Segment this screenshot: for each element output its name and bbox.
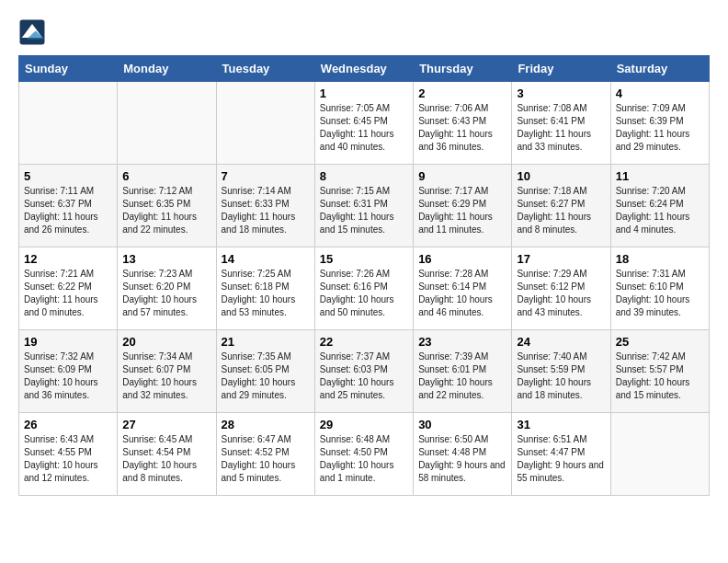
day-info: Sunrise: 7:23 AM Sunset: 6:20 PM Dayligh… (122, 268, 210, 319)
day-number: 19 (24, 335, 112, 349)
calendar-cell: 21Sunrise: 7:35 AM Sunset: 6:05 PM Dayli… (216, 330, 314, 413)
calendar-week-row: 5Sunrise: 7:11 AM Sunset: 6:37 PM Daylig… (19, 165, 710, 247)
calendar-cell: 17Sunrise: 7:29 AM Sunset: 6:12 PM Dayli… (512, 247, 610, 330)
day-info: Sunrise: 7:37 AM Sunset: 6:03 PM Dayligh… (320, 350, 408, 402)
day-number: 29 (320, 418, 408, 431)
logo (18, 18, 50, 46)
day-info: Sunrise: 7:40 AM Sunset: 5:59 PM Dayligh… (517, 350, 605, 402)
day-info: Sunrise: 7:09 AM Sunset: 6:39 PM Dayligh… (616, 102, 704, 154)
calendar-cell: 9Sunrise: 7:17 AM Sunset: 6:29 PM Daylig… (414, 165, 512, 247)
day-number: 3 (517, 86, 605, 100)
calendar-cell: 15Sunrise: 7:26 AM Sunset: 6:16 PM Dayli… (314, 247, 413, 330)
day-info: Sunrise: 7:06 AM Sunset: 6:43 PM Dayligh… (418, 102, 506, 154)
header (18, 18, 710, 46)
calendar-cell: 18Sunrise: 7:31 AM Sunset: 6:10 PM Dayli… (610, 247, 709, 330)
day-info: Sunrise: 7:35 AM Sunset: 6:05 PM Dayligh… (222, 350, 310, 402)
day-number: 23 (418, 335, 506, 349)
weekday-header-monday: Monday (118, 56, 216, 82)
day-info: Sunrise: 7:05 AM Sunset: 6:45 PM Dayligh… (320, 102, 408, 154)
day-info: Sunrise: 7:25 AM Sunset: 6:18 PM Dayligh… (222, 268, 310, 319)
day-number: 2 (418, 86, 506, 100)
weekday-header-tuesday: Tuesday (216, 56, 314, 82)
day-info: Sunrise: 7:14 AM Sunset: 6:33 PM Dayligh… (222, 185, 310, 236)
day-number: 24 (517, 335, 605, 349)
calendar-page: SundayMondayTuesdayWednesdayThursdayFrid… (0, 0, 728, 505)
day-number: 28 (222, 418, 310, 431)
day-number: 22 (320, 335, 408, 349)
calendar-cell: 22Sunrise: 7:37 AM Sunset: 6:03 PM Dayli… (314, 330, 413, 413)
weekday-header-friday: Friday (512, 56, 610, 82)
logo-icon (18, 18, 46, 46)
calendar-cell: 30Sunrise: 6:50 AM Sunset: 4:48 PM Dayli… (414, 413, 512, 496)
calendar-cell: 1Sunrise: 7:05 AM Sunset: 6:45 PM Daylig… (314, 82, 413, 165)
weekday-header-sunday: Sunday (19, 56, 118, 82)
weekday-header-wednesday: Wednesday (314, 56, 413, 82)
day-info: Sunrise: 7:32 AM Sunset: 6:09 PM Dayligh… (24, 350, 112, 402)
day-info: Sunrise: 7:39 AM Sunset: 6:01 PM Dayligh… (418, 350, 506, 402)
day-info: Sunrise: 6:47 AM Sunset: 4:52 PM Dayligh… (222, 433, 310, 485)
day-number: 1 (320, 86, 408, 100)
calendar-cell: 10Sunrise: 7:18 AM Sunset: 6:27 PM Dayli… (512, 165, 610, 247)
day-info: Sunrise: 7:08 AM Sunset: 6:41 PM Dayligh… (517, 102, 605, 154)
day-number: 11 (616, 169, 704, 183)
day-info: Sunrise: 7:12 AM Sunset: 6:35 PM Dayligh… (122, 185, 210, 236)
weekday-header-thursday: Thursday (414, 56, 512, 82)
calendar-cell: 31Sunrise: 6:51 AM Sunset: 4:47 PM Dayli… (512, 413, 610, 496)
day-number: 10 (517, 169, 605, 183)
day-info: Sunrise: 7:28 AM Sunset: 6:14 PM Dayligh… (418, 268, 506, 319)
calendar-header-row: SundayMondayTuesdayWednesdayThursdayFrid… (19, 56, 710, 82)
day-info: Sunrise: 7:21 AM Sunset: 6:22 PM Dayligh… (24, 268, 112, 319)
day-number: 7 (222, 169, 310, 183)
day-number: 15 (320, 252, 408, 266)
calendar-cell: 13Sunrise: 7:23 AM Sunset: 6:20 PM Dayli… (118, 247, 216, 330)
day-info: Sunrise: 7:31 AM Sunset: 6:10 PM Dayligh… (616, 268, 704, 319)
day-info: Sunrise: 6:51 AM Sunset: 4:47 PM Dayligh… (517, 433, 605, 485)
calendar-cell: 12Sunrise: 7:21 AM Sunset: 6:22 PM Dayli… (19, 247, 118, 330)
day-number: 9 (418, 169, 506, 183)
calendar-cell: 20Sunrise: 7:34 AM Sunset: 6:07 PM Dayli… (118, 330, 216, 413)
calendar-week-row: 19Sunrise: 7:32 AM Sunset: 6:09 PM Dayli… (19, 330, 710, 413)
day-number: 25 (616, 335, 704, 349)
day-number: 21 (222, 335, 310, 349)
day-number: 18 (616, 252, 704, 266)
calendar-cell: 5Sunrise: 7:11 AM Sunset: 6:37 PM Daylig… (19, 165, 118, 247)
day-number: 8 (320, 169, 408, 183)
day-info: Sunrise: 7:26 AM Sunset: 6:16 PM Dayligh… (320, 268, 408, 319)
day-info: Sunrise: 7:18 AM Sunset: 6:27 PM Dayligh… (517, 185, 605, 236)
day-number: 27 (122, 418, 210, 431)
day-number: 30 (418, 418, 506, 431)
day-info: Sunrise: 7:34 AM Sunset: 6:07 PM Dayligh… (122, 350, 210, 402)
day-number: 12 (24, 252, 112, 266)
day-info: Sunrise: 7:17 AM Sunset: 6:29 PM Dayligh… (418, 185, 506, 236)
day-number: 17 (517, 252, 605, 266)
day-info: Sunrise: 6:50 AM Sunset: 4:48 PM Dayligh… (418, 433, 506, 485)
calendar-cell: 7Sunrise: 7:14 AM Sunset: 6:33 PM Daylig… (216, 165, 314, 247)
calendar-cell: 24Sunrise: 7:40 AM Sunset: 5:59 PM Dayli… (512, 330, 610, 413)
day-number: 31 (517, 418, 605, 431)
day-number: 13 (122, 252, 210, 266)
day-info: Sunrise: 6:48 AM Sunset: 4:50 PM Dayligh… (320, 433, 408, 485)
calendar-table: SundayMondayTuesdayWednesdayThursdayFrid… (18, 55, 710, 496)
day-info: Sunrise: 7:42 AM Sunset: 5:57 PM Dayligh… (616, 350, 704, 402)
day-number: 4 (616, 86, 704, 100)
calendar-week-row: 1Sunrise: 7:05 AM Sunset: 6:45 PM Daylig… (19, 82, 710, 165)
day-info: Sunrise: 6:45 AM Sunset: 4:54 PM Dayligh… (122, 433, 210, 485)
day-number: 26 (24, 418, 112, 431)
calendar-cell: 3Sunrise: 7:08 AM Sunset: 6:41 PM Daylig… (512, 82, 610, 165)
calendar-cell: 8Sunrise: 7:15 AM Sunset: 6:31 PM Daylig… (314, 165, 413, 247)
day-info: Sunrise: 7:20 AM Sunset: 6:24 PM Dayligh… (616, 185, 704, 236)
day-info: Sunrise: 6:43 AM Sunset: 4:55 PM Dayligh… (24, 433, 112, 485)
calendar-cell: 11Sunrise: 7:20 AM Sunset: 6:24 PM Dayli… (610, 165, 709, 247)
calendar-week-row: 12Sunrise: 7:21 AM Sunset: 6:22 PM Dayli… (19, 247, 710, 330)
day-number: 14 (222, 252, 310, 266)
calendar-cell: 28Sunrise: 6:47 AM Sunset: 4:52 PM Dayli… (216, 413, 314, 496)
day-number: 6 (122, 169, 210, 183)
calendar-cell: 27Sunrise: 6:45 AM Sunset: 4:54 PM Dayli… (118, 413, 216, 496)
day-info: Sunrise: 7:15 AM Sunset: 6:31 PM Dayligh… (320, 185, 408, 236)
day-number: 5 (24, 169, 112, 183)
calendar-cell: 26Sunrise: 6:43 AM Sunset: 4:55 PM Dayli… (19, 413, 118, 496)
day-info: Sunrise: 7:11 AM Sunset: 6:37 PM Dayligh… (24, 185, 112, 236)
calendar-week-row: 26Sunrise: 6:43 AM Sunset: 4:55 PM Dayli… (19, 413, 710, 496)
calendar-cell: 2Sunrise: 7:06 AM Sunset: 6:43 PM Daylig… (414, 82, 512, 165)
calendar-cell: 16Sunrise: 7:28 AM Sunset: 6:14 PM Dayli… (414, 247, 512, 330)
